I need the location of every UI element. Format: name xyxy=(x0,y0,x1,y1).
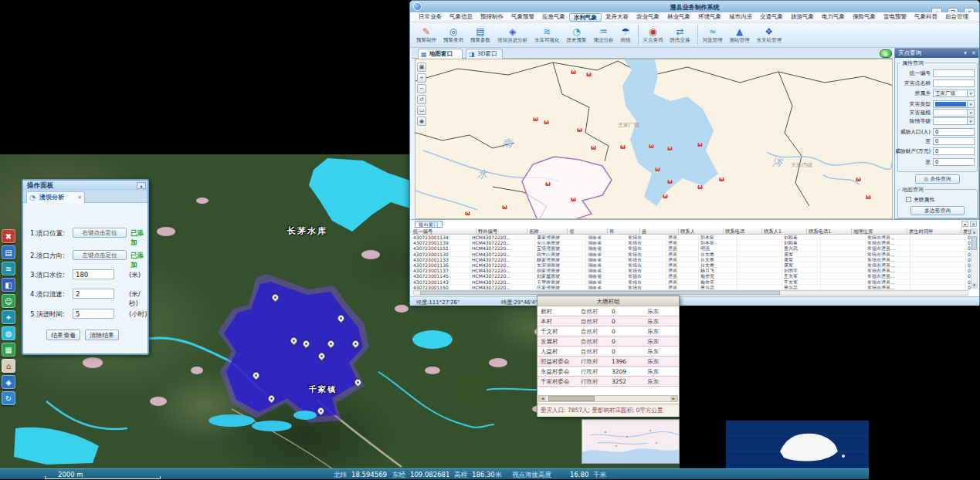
gis-tool-button[interactable]: ◈ xyxy=(2,375,15,389)
landslide-marker-icon[interactable]: ω xyxy=(544,119,549,126)
scroll-right-icon[interactable]: ► xyxy=(670,396,677,401)
landslide-marker-icon[interactable]: ω xyxy=(866,194,871,201)
map-tool-button[interactable]: + xyxy=(417,73,426,83)
village-table-row[interactable]: 千文村自然村0乐东 xyxy=(537,326,679,336)
field-control[interactable]: 5 xyxy=(73,309,114,319)
gis-tool-button[interactable]: ▦ xyxy=(2,343,15,357)
gis-tool-button[interactable]: ≋ xyxy=(2,262,15,275)
field-control[interactable]: 2 xyxy=(73,289,114,299)
chevron-down-icon[interactable]: ▾ xyxy=(967,110,974,116)
table-horizontal-scrollbar[interactable] xyxy=(413,290,968,296)
chevron-down-icon[interactable]: ▾ xyxy=(967,90,974,96)
toolbar-button[interactable]: ✎ 预警制作 xyxy=(416,26,436,44)
landslide-marker-icon[interactable]: ω xyxy=(649,143,654,150)
menu-item[interactable]: 应急气象 xyxy=(538,12,569,22)
chevron-down-icon[interactable]: ▾ xyxy=(967,118,974,124)
toolbar-button[interactable]: ⇄ 防汛交接 xyxy=(670,26,690,44)
scroll-up-icon[interactable]: ▲ xyxy=(972,229,977,235)
gis-tool-button[interactable]: ⌂ xyxy=(2,359,15,373)
dialog-collapse-button[interactable]: ▴ xyxy=(137,182,146,189)
panel-field-control[interactable] xyxy=(933,69,975,77)
landslide-marker-icon[interactable]: ω xyxy=(856,176,861,183)
scroll-left-icon[interactable]: ◄ xyxy=(539,396,546,401)
menu-item[interactable]: 环境气象 xyxy=(694,12,725,22)
menu-item[interactable]: 电力气象 xyxy=(818,12,849,22)
menu-item[interactable]: 雷电预警 xyxy=(880,12,910,22)
menu-item[interactable]: 保险气象 xyxy=(849,12,880,22)
dialog-action-button[interactable]: 清除结果 xyxy=(85,330,119,340)
menu-item[interactable]: 气象预警 xyxy=(507,12,538,22)
gis-tool-button[interactable]: ▤ xyxy=(2,245,15,259)
landslide-marker-icon[interactable]: ω xyxy=(697,141,703,148)
table-row[interactable]: 430723001150HCM43072220...伍家湾滑坡湖南省常德市澧县曹… xyxy=(412,285,972,290)
gis-tool-button[interactable]: ◍ xyxy=(2,326,15,340)
toolbar-button[interactable]: ◈ 溃坝演进分析 xyxy=(497,26,527,44)
view-tab[interactable]: ◨ 3D窗口 xyxy=(466,49,503,59)
landslide-marker-icon[interactable]: ω xyxy=(577,127,582,134)
popup-horizontal-scrollbar[interactable]: ◄ ► xyxy=(538,395,678,402)
table-header-cell[interactable]: 联系电话1 xyxy=(807,228,852,235)
pane-close-icon[interactable]: ✕ xyxy=(970,221,977,227)
menu-item[interactable]: 龙舟大赛 xyxy=(602,12,632,22)
menu-item[interactable]: 林业气象 xyxy=(663,12,694,22)
link-attribute-checkbox[interactable] xyxy=(906,197,911,202)
panel-field-control[interactable]: 0 xyxy=(933,147,975,155)
menu-item[interactable]: 日常业务 xyxy=(415,12,446,22)
field-control[interactable]: 180 xyxy=(73,269,114,279)
panel-close-icon[interactable]: ✕ xyxy=(970,49,978,57)
table-header-cell[interactable]: 名称 xyxy=(527,228,568,235)
map-tool-button[interactable]: ▣ xyxy=(417,63,426,72)
gis-tool-button[interactable]: ◧ xyxy=(2,278,15,292)
village-table-row[interactable]: 照益村委会行政村1396乐东 xyxy=(537,357,679,367)
condition-query-button[interactable]: ◎ 条件查询 xyxy=(915,174,960,184)
toolbar-button[interactable]: ◔ 历史预警 xyxy=(567,26,587,44)
panel-field-control[interactable]: 0 xyxy=(933,137,975,145)
menu-item[interactable]: 气象科普 xyxy=(910,12,941,22)
table-row[interactable]: 430723001139HCM43072220...火山庙滑坡湖南省常德市澧县彭… xyxy=(412,240,972,245)
landslide-marker-icon[interactable]: ω xyxy=(667,178,673,185)
tab-close-icon[interactable]: ✕ xyxy=(77,194,82,202)
table-row[interactable]: 430723001137HCM43072220...胡家湾滑坡湖南省常德市澧县杨… xyxy=(412,268,972,273)
table-row[interactable]: 430723001151HCM43072220...宝塔湾滑坡湖南省常德市澧县明… xyxy=(412,245,972,251)
globe-button[interactable]: ◍ xyxy=(880,49,892,58)
landslide-marker-icon[interactable]: ω xyxy=(533,116,538,123)
toolbar-button[interactable]: ≋ 水库可视化 xyxy=(534,26,560,44)
table-row[interactable]: 430723001133HCM43072220...杨家湾滑坡湖南省常德市澧县肖… xyxy=(412,257,972,262)
village-table-row[interactable]: 本村自然村0乐东 xyxy=(537,316,679,326)
landslide-marker-icon[interactable]: ω xyxy=(667,145,673,152)
window-title-bar[interactable]: 澧县业务制作系统 ─ ❐ ✕ xyxy=(410,1,979,12)
panel-field-control[interactable]: ▾ xyxy=(933,117,975,125)
scroll-thumb[interactable] xyxy=(972,236,977,250)
gis-tool-button[interactable]: ✦ xyxy=(2,310,15,324)
toolbar-button[interactable]: ◎ 预警查询 xyxy=(443,26,463,44)
tab-dam-break-analysis[interactable]: ◔ 溃坝分析 ✕ xyxy=(26,191,85,203)
panel-field-control[interactable]: ▾ xyxy=(933,100,975,108)
landslide-marker-icon[interactable]: ω xyxy=(545,181,551,188)
landslide-marker-icon[interactable]: ω xyxy=(571,196,576,203)
panel-field-control[interactable] xyxy=(933,79,975,87)
gis-tool-button[interactable]: ☺ xyxy=(2,294,15,308)
landslide-marker-icon[interactable]: ω xyxy=(465,210,470,217)
panel-field-control[interactable]: 王家厂镇▾ xyxy=(933,90,975,97)
village-table-row[interactable]: 发展村自然村0乐东 xyxy=(537,336,679,346)
map-2d-canvas[interactable]: ▣+−↺▭◉ 南水涔 王家厂镇大堰垱镇 ωωωωωωωωωωωωωωωωωωωω… xyxy=(415,59,893,219)
map-tool-button[interactable]: − xyxy=(417,84,426,93)
menu-item[interactable]: 旅游气象 xyxy=(787,12,818,22)
toolbar-button[interactable]: ☂ 雨情 xyxy=(621,26,631,44)
panel-pin-icon[interactable]: ▾ xyxy=(961,49,969,57)
landslide-marker-icon[interactable]: ω xyxy=(586,71,592,78)
menu-item[interactable]: 城市内涝 xyxy=(725,12,756,22)
village-table-row[interactable]: 新村自然村0乐东 xyxy=(537,306,679,316)
table-row[interactable]: 430723001145HCM43072220...刘家屋滑坡湖南省常德市澧县敬… xyxy=(412,273,972,279)
landslide-marker-icon[interactable]: ω xyxy=(620,144,626,150)
output-tab[interactable]: 输出窗口 xyxy=(415,221,443,228)
panel-field-control[interactable]: 0 xyxy=(933,158,975,166)
table-header-cell[interactable]: 野外编号 xyxy=(476,228,527,235)
eagle-eye-map[interactable] xyxy=(726,421,869,468)
map-tool-button[interactable]: ▭ xyxy=(417,106,426,115)
menu-item[interactable]: 后台管理 xyxy=(941,12,972,22)
polygon-query-button[interactable]: 多边形查询 xyxy=(910,206,965,215)
landslide-marker-icon[interactable]: ω xyxy=(655,166,660,173)
toolbar-button[interactable]: ≈ 河流管理 xyxy=(703,26,723,44)
panel-field-control[interactable]: 0 xyxy=(933,128,975,136)
